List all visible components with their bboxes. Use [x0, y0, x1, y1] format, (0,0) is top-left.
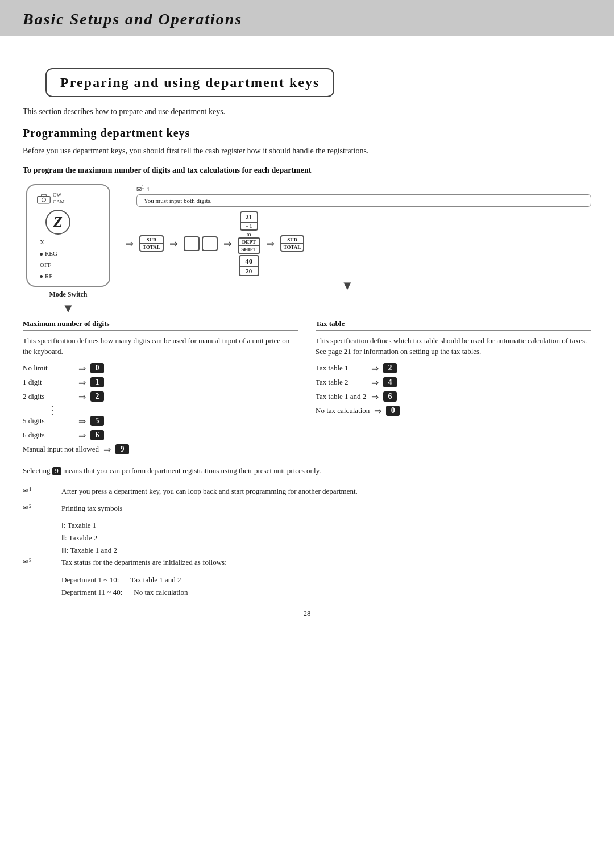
- left-arrow-1: ⇒: [78, 377, 86, 388]
- sub-total-key-1[interactable]: SUB TOTAL: [139, 235, 164, 252]
- selecting-note-para: Selecting 9 means that you can perform d…: [23, 466, 591, 476]
- dept-num-40: 40: [240, 256, 258, 267]
- left-badge-4: 6: [90, 430, 104, 440]
- left-label-2: 2 digits: [23, 392, 74, 401]
- note-indent-2: Ⅰ: Taxable 1 Ⅱ: Taxable 2 Ⅲ: Taxable 1 a…: [61, 519, 591, 557]
- left-badge-5: 9: [115, 444, 129, 454]
- page: Basic Setups and Operations Preparing an…: [0, 0, 614, 868]
- sub-heading-bold: To program the maximum number of digits …: [23, 166, 591, 175]
- value-row-3: 5 digits ⇒ 5: [23, 416, 298, 427]
- blank-input-1[interactable]: [184, 236, 200, 251]
- svg-point-1: [42, 198, 46, 202]
- dept-shift-key[interactable]: DEPT SHIFT: [238, 237, 260, 254]
- right-value-row-1: Tax table 2 ⇒ 4: [316, 377, 591, 388]
- note-row-3: ✉3 Tax status for the departments are in…: [23, 557, 591, 568]
- flow-keys-row: ⇒ SUB TOTAL ⇒ ⇒ 21: [125, 211, 591, 276]
- right-label-1: Tax table 2: [316, 378, 367, 387]
- to-text: to: [247, 231, 251, 237]
- rf-label: RF: [45, 271, 52, 282]
- header-banner: Basic Setups and Operations: [0, 0, 614, 36]
- z-circle: Z: [45, 210, 70, 235]
- note-3-dept-1: Department 1 ~ 10:: [61, 574, 119, 586]
- selecting-label: Selecting: [23, 466, 52, 475]
- right-badge-0: 2: [383, 363, 397, 373]
- svg-rect-0: [38, 196, 51, 203]
- note-row-1: ✉1 After you press a department key, you…: [23, 486, 591, 497]
- note-text-3: Tax status for the departments are initi…: [61, 557, 591, 568]
- flow-bubble: You must input both digits.: [136, 194, 591, 207]
- blank-input-2[interactable]: [202, 236, 218, 251]
- value-row-4: 6 digits ⇒ 6: [23, 430, 298, 441]
- note-num-2: ✉2: [23, 503, 57, 512]
- right-label-0: Tax table 1: [316, 364, 367, 373]
- cam-label: OW CAM: [53, 192, 65, 205]
- left-badge-2: 2: [90, 391, 104, 402]
- note-text-2: Printing tax symbols: [61, 503, 591, 514]
- note-text-1: After you press a department key, you ca…: [61, 486, 591, 497]
- section-title: Preparing and using department keys: [60, 75, 320, 90]
- note-2-line-1: Ⅱ: Taxable 2: [61, 532, 591, 544]
- x-label: X: [40, 237, 44, 248]
- note-num-3: ✉3: [23, 557, 57, 566]
- left-col-heading: Maximum number of digits: [23, 319, 298, 331]
- note-2-line-0: Ⅰ: Taxable 1: [61, 519, 591, 532]
- programming-heading: Programming department keys: [23, 127, 591, 140]
- value-row-0: No limit ⇒ 0: [23, 363, 298, 374]
- value-row-5: Manual input not allowed ⇒ 9: [23, 444, 298, 455]
- notes-section: ✉1 After you press a department key, you…: [23, 486, 591, 599]
- dept-range-key[interactable]: 40 20: [239, 255, 259, 276]
- left-col-desc: This specification defines how many digi…: [23, 335, 298, 357]
- left-arrow-5: ⇒: [103, 444, 111, 455]
- left-label-3: 5 digits: [23, 416, 74, 425]
- off-label: OFF: [40, 260, 51, 271]
- switch-labels: X REG OFF RF: [40, 237, 57, 282]
- note-3-dept-2: Department 11 ~ 40:: [61, 586, 122, 599]
- right-arrow-2: ⇒: [371, 391, 379, 402]
- blank-boxes: [184, 236, 218, 251]
- value-row-1: 1 digit ⇒ 1: [23, 377, 298, 388]
- arrow-1: ⇒: [125, 237, 134, 250]
- right-value-row-3: No tax calculation ⇒ 0: [316, 406, 591, 416]
- mode-switch-title: Mode Switch: [49, 290, 88, 299]
- left-arrow-0: ⇒: [78, 363, 86, 374]
- mode-switch-diagram: OW CAM Z X RE: [23, 184, 114, 316]
- header-title: Basic Setups and Operations: [23, 10, 591, 28]
- flow-note-ref: ✉1 1: [136, 184, 591, 193]
- arrow-4: ⇒: [266, 237, 275, 250]
- switch-box: OW CAM Z X RE: [26, 184, 110, 287]
- programming-intro: Before you use department keys, you shou…: [23, 147, 591, 156]
- right-arrow-3: ⇒: [374, 406, 381, 416]
- right-label-3: No tax calculation: [316, 406, 370, 415]
- col-right: Tax table This specification defines whi…: [316, 319, 591, 458]
- sub-total-top-2: SUB: [281, 236, 304, 244]
- reg-label: REG: [45, 248, 57, 260]
- sub-total-top-1: SUB: [140, 236, 163, 244]
- left-label-1: 1 digit: [23, 378, 74, 387]
- right-badge-1: 4: [383, 377, 397, 387]
- col-left: Maximum number of digits This specificat…: [23, 319, 298, 458]
- switch-inner: OW CAM Z X RE: [32, 192, 105, 282]
- dot-rf: [40, 275, 43, 278]
- right-value-row-2: Tax table 1 and 2 ⇒ 6: [316, 391, 591, 402]
- down-arrow-left: ▼: [62, 301, 74, 316]
- num21-key[interactable]: 21 + 1: [240, 211, 258, 231]
- down-arrow-right: ▼: [341, 278, 591, 293]
- right-arrow-0: ⇒: [371, 363, 379, 374]
- left-badge-1: 1: [90, 377, 104, 387]
- left-label-0: No limit: [23, 364, 74, 373]
- intro-text: This section describes how to prepare an…: [23, 107, 591, 116]
- shift-label: SHIFT: [239, 246, 259, 253]
- note-2-line-2: Ⅲ: Taxable 1 and 2: [61, 544, 591, 557]
- sub-total-key-2[interactable]: SUB TOTAL: [280, 235, 305, 252]
- diagram-area: OW CAM Z X RE: [23, 184, 591, 316]
- right-col-desc: This specification defines which tax tab…: [316, 335, 591, 357]
- num21-bot: + 1: [241, 223, 257, 229]
- dept-label: DEPT: [239, 239, 259, 246]
- sub-total-bot-2: TOTAL: [281, 244, 304, 251]
- note-indent-3: Department 1 ~ 10: Tax table 1 and 2 Dep…: [61, 574, 591, 599]
- value-row-2: 2 digits ⇒ 2: [23, 391, 298, 402]
- left-arrow-3: ⇒: [78, 416, 86, 427]
- note-row-2: ✉2 Printing tax symbols: [23, 503, 591, 514]
- right-badge-3: 0: [386, 406, 400, 416]
- two-col-section: Maximum number of digits This specificat…: [23, 319, 591, 458]
